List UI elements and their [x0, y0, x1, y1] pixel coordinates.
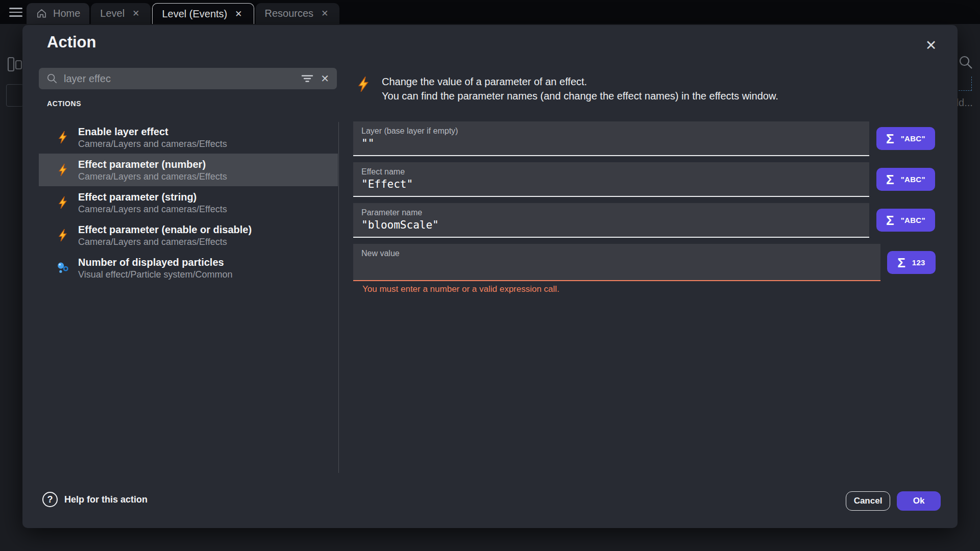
- dialog-close-icon[interactable]: ✕: [921, 35, 941, 56]
- tab-label: Resources: [265, 8, 314, 19]
- action-description-hint: You can find the parameter names (and ch…: [382, 89, 943, 103]
- action-search-box[interactable]: ✕: [39, 68, 337, 89]
- new-value-field[interactable]: New value: [353, 244, 880, 281]
- action-description: Change the value of a parameter of an ef…: [382, 74, 943, 89]
- sigma-icon: Σ: [886, 173, 894, 186]
- list-item-title: Number of displayed particles: [78, 256, 232, 269]
- sigma-icon: Σ: [897, 256, 905, 269]
- list-item-path: Camera/Layers and cameras/Effects: [78, 204, 227, 215]
- action-dialog: Action ✕ ✕ ACTIONS Enable layer effect C…: [22, 25, 958, 528]
- field-label: Layer (base layer if empty): [361, 127, 861, 136]
- filter-icon[interactable]: [301, 72, 313, 85]
- list-item-path: Camera/Layers and cameras/Effects: [78, 171, 227, 183]
- tab-label: Level (Events): [162, 8, 227, 20]
- expression-builder-button-123[interactable]: Σ 123: [887, 251, 936, 274]
- tab-close-icon[interactable]: ✕: [319, 7, 330, 20]
- tab-close-icon[interactable]: ✕: [233, 8, 244, 20]
- tab-strip: Home Level ✕ Level (Events) ✕ Resources …: [27, 3, 341, 24]
- toolbar-button-outline: [6, 84, 23, 107]
- lightning-bolt-icon: [56, 229, 69, 242]
- lightning-bolt-icon: [355, 74, 372, 94]
- tab-close-icon[interactable]: ✕: [130, 7, 141, 20]
- help-icon: ?: [42, 492, 58, 507]
- objects-panel-icon: [7, 57, 22, 73]
- cancel-button[interactable]: Cancel: [846, 491, 890, 511]
- layer-field[interactable]: Layer (base layer if empty) "": [353, 121, 869, 156]
- list-item-path: Camera/Layers and cameras/Effects: [78, 138, 227, 150]
- field-label: Parameter name: [361, 208, 861, 217]
- list-item-effect-parameter-enable[interactable]: Effect parameter (enable or disable) Cam…: [39, 219, 338, 252]
- sigma-icon: Σ: [886, 214, 894, 227]
- effect-name-field[interactable]: Effect name "Effect": [353, 162, 869, 197]
- field-value[interactable]: "": [361, 137, 861, 149]
- expression-builder-button-abc[interactable]: Σ "ABC": [876, 209, 935, 232]
- search-icon: [46, 73, 58, 84]
- list-item-title: Enable layer effect: [78, 125, 227, 138]
- help-label: Help for this action: [64, 494, 148, 505]
- parameter-name-field[interactable]: Parameter name "bloomScale": [353, 203, 869, 238]
- list-item-path: Camera/Layers and cameras/Effects: [78, 236, 252, 248]
- field-value[interactable]: "Effect": [361, 178, 861, 190]
- top-bar: Home Level ✕ Level (Events) ✕ Resources …: [0, 0, 980, 24]
- list-item-effect-parameter-string[interactable]: Effect parameter (string) Camera/Layers …: [39, 186, 338, 219]
- list-item-title: Effect parameter (string): [78, 190, 227, 204]
- list-item-effect-parameter-number[interactable]: Effect parameter (number) Camera/Layers …: [39, 154, 338, 186]
- lightning-bolt-icon: [56, 196, 69, 209]
- home-icon: [36, 8, 47, 19]
- list-item-title: Effect parameter (number): [78, 158, 227, 171]
- clear-search-icon[interactable]: ✕: [321, 72, 329, 85]
- tab-label: Level: [100, 8, 125, 19]
- expression-builder-button-abc[interactable]: Σ "ABC": [876, 127, 935, 150]
- list-item-title: Effect parameter (enable or disable): [78, 223, 252, 236]
- field-label: Effect name: [361, 167, 861, 177]
- tab-resources[interactable]: Resources ✕: [256, 3, 340, 24]
- list-item-path: Visual effect/Particle system/Common: [78, 269, 232, 281]
- lightning-bolt-icon: [56, 163, 69, 177]
- tab-label: Home: [53, 8, 80, 19]
- tab-level[interactable]: Level ✕: [91, 3, 151, 24]
- search-input[interactable]: [64, 73, 293, 85]
- field-value[interactable]: "bloomScale": [361, 219, 861, 231]
- list-item-number-displayed-particles[interactable]: Number of displayed particles Visual eff…: [39, 252, 338, 284]
- panel-divider: [338, 122, 339, 473]
- hamburger-menu-icon[interactable]: [9, 8, 22, 17]
- help-link[interactable]: ? Help for this action: [42, 492, 148, 507]
- expression-builder-button-abc[interactable]: Σ "ABC": [876, 168, 935, 191]
- sigma-icon: Σ: [886, 132, 894, 145]
- ok-button[interactable]: Ok: [897, 491, 941, 511]
- tab-home[interactable]: Home: [27, 3, 89, 24]
- list-item-enable-layer-effect[interactable]: Enable layer effect Camera/Layers and ca…: [39, 121, 338, 154]
- field-label: New value: [361, 249, 872, 258]
- dialog-title: Action: [47, 33, 96, 52]
- actions-section-header: ACTIONS: [47, 99, 81, 108]
- validation-error-message: You must enter a number or a valid expre…: [362, 284, 559, 294]
- search-icon[interactable]: [958, 55, 973, 70]
- lightning-bolt-icon: [56, 131, 69, 144]
- particles-icon: [56, 261, 69, 274]
- tab-level-events[interactable]: Level (Events) ✕: [152, 3, 254, 24]
- drop-target-dashed-outline: [959, 77, 972, 91]
